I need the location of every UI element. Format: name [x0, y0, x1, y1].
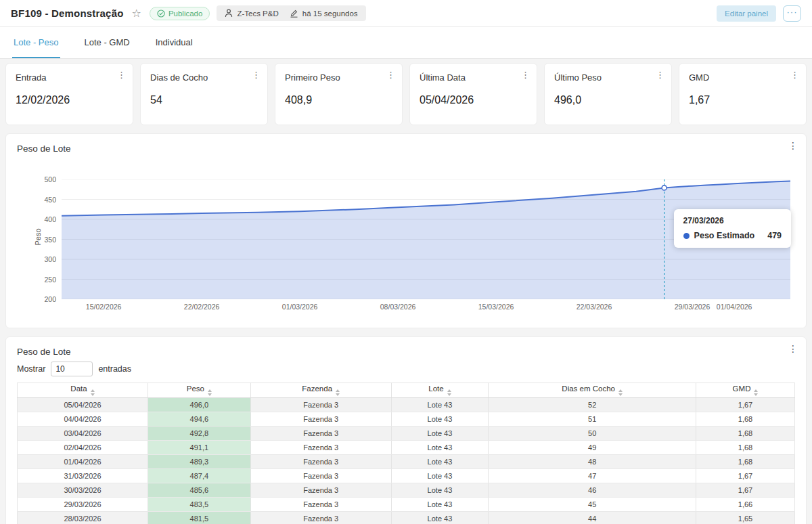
cell-fazenda: Fazenda 3	[250, 398, 391, 412]
table-controls: Mostrar entradas	[17, 362, 795, 376]
kebab-menu-icon[interactable]: ⋮	[117, 70, 126, 80]
column-header-fazenda[interactable]: Fazenda	[250, 383, 391, 398]
table-row: 04/04/2026494,6Fazenda 3Lote 43511,68	[18, 412, 795, 427]
kpi-card-ultima-data: Última Data ⋮ 05/04/2026	[409, 63, 537, 125]
favorite-star-icon[interactable]: ☆	[132, 7, 141, 20]
cell-data: 02/04/2026	[18, 441, 148, 455]
sort-icon[interactable]	[618, 389, 623, 396]
table-header-row: DataPesoFazendaLoteDias em CochoGMD	[18, 383, 795, 398]
column-header-gmd[interactable]: GMD	[696, 383, 795, 398]
chart-tooltip: 27/03/2026 Peso Estimado 479	[674, 209, 791, 248]
cell-peso: 494,6	[148, 412, 251, 427]
x-tick-label: 29/03/2026	[675, 303, 710, 311]
cell-lote: Lote 43	[391, 498, 489, 512]
y-tick-label: 400	[44, 215, 56, 223]
table-row: 05/04/2026496,0Fazenda 3Lote 43521,67	[18, 398, 795, 412]
y-tick-label: 350	[44, 236, 56, 244]
cell-gmd: 1,65	[696, 512, 795, 524]
sort-icon[interactable]	[91, 389, 95, 396]
cell-gmd: 1,67	[696, 398, 795, 412]
last-edited-label: há 15 segundos	[302, 9, 358, 18]
table-title: Peso de Lote	[17, 347, 795, 357]
table-row: 01/04/2026489,3Fazenda 3Lote 43481,68	[18, 455, 795, 469]
sort-icon[interactable]	[447, 389, 451, 396]
cell-peso: 489,3	[148, 455, 251, 469]
y-tick-label: 500	[44, 175, 56, 183]
status-badge: Publicado	[150, 7, 210, 20]
owner-label: Z-Tecs P&D	[237, 9, 278, 18]
kpi-card-label: Entrada	[16, 72, 123, 83]
cell-fazenda: Fazenda 3	[250, 483, 391, 498]
kebab-menu-icon[interactable]: ⋮	[788, 344, 798, 354]
cell-fazenda: Fazenda 3	[250, 469, 391, 483]
cell-gmd: 1,66	[696, 498, 795, 512]
weight-chart-panel: Peso de Lote ⋮ Peso 20025030035040045050…	[5, 133, 807, 328]
cell-fazenda: Fazenda 3	[250, 441, 391, 455]
cell-data: 30/03/2026	[18, 483, 148, 498]
cell-dias-em-cocho: 52	[489, 398, 696, 412]
kpi-card-value: 12/02/2026	[16, 94, 123, 106]
table-row: 31/03/2026487,4Fazenda 3Lote 43471,67	[18, 469, 795, 483]
cell-fazenda: Fazenda 3	[250, 412, 391, 427]
column-header-data[interactable]: Data	[18, 383, 148, 398]
tab-individual[interactable]: Individual	[154, 27, 194, 58]
cell-gmd: 1,67	[696, 483, 795, 498]
kpi-card-label: GMD	[689, 72, 796, 83]
kpi-card-value: 05/04/2026	[420, 94, 527, 106]
kebab-menu-icon[interactable]: ⋮	[788, 141, 798, 151]
cell-data: 29/03/2026	[18, 498, 148, 512]
cell-peso: 485,6	[148, 483, 251, 498]
owner-item[interactable]: Z-Tecs P&D	[225, 9, 278, 18]
cell-dias-em-cocho: 47	[489, 469, 696, 483]
cell-lote: Lote 43	[391, 455, 489, 469]
column-header-dias-em-cocho[interactable]: Dias em Cocho	[489, 383, 696, 398]
cell-lote: Lote 43	[391, 512, 489, 524]
table-row: 30/03/2026485,6Fazenda 3Lote 43461,67	[18, 483, 795, 498]
page-size-input[interactable]	[51, 362, 93, 376]
dashboard-tabs: Lote - Peso Lote - GMD Individual	[0, 27, 812, 59]
last-edited-item[interactable]: há 15 segundos	[290, 9, 358, 18]
kpi-card-label: Última Data	[420, 72, 527, 83]
tab-lote-gmd[interactable]: Lote - GMD	[83, 27, 131, 58]
kebab-menu-icon[interactable]: ⋮	[656, 70, 664, 80]
kebab-menu-icon[interactable]: ⋮	[521, 70, 530, 80]
cell-dias-em-cocho: 44	[489, 512, 696, 524]
sort-icon[interactable]	[208, 389, 212, 396]
more-options-button[interactable]: ···	[783, 5, 801, 22]
cell-peso: 483,5	[148, 498, 251, 512]
weight-table: DataPesoFazendaLoteDias em CochoGMD 05/0…	[17, 383, 795, 524]
kpi-card-value: 1,67	[689, 94, 796, 106]
cell-fazenda: Fazenda 3	[250, 498, 391, 512]
cell-dias-em-cocho: 50	[489, 427, 696, 441]
kpi-card-label: Dias de Cocho	[150, 72, 258, 83]
cell-lote: Lote 43	[391, 469, 489, 483]
tab-lote-peso[interactable]: Lote - Peso	[12, 27, 60, 58]
series-dot-icon	[683, 233, 690, 239]
kebab-menu-icon[interactable]: ⋮	[790, 70, 799, 80]
cell-gmd: 1,68	[696, 427, 795, 441]
column-header-peso[interactable]: Peso	[148, 383, 251, 398]
table-row: 02/04/2026491,1Fazenda 3Lote 43491,68	[18, 441, 795, 455]
cell-gmd: 1,67	[696, 469, 795, 483]
cell-fazenda: Fazenda 3	[250, 455, 391, 469]
table-row: 28/03/2026481,5Fazenda 3Lote 43441,65	[18, 512, 795, 524]
sort-icon[interactable]	[754, 389, 758, 396]
cell-data: 31/03/2026	[18, 469, 148, 483]
x-axis-ticks: 15/02/202622/02/202601/03/202608/03/2026…	[62, 303, 790, 313]
kebab-menu-icon[interactable]: ⋮	[386, 70, 395, 80]
x-tick-label: 01/03/2026	[282, 303, 318, 311]
table-row: 03/04/2026492,8Fazenda 3Lote 43501,68	[18, 427, 795, 441]
edit-dashboard-button[interactable]: Editar painel	[717, 5, 776, 22]
kpi-card-value: 496,0	[554, 94, 662, 106]
kpi-card-value: 54	[150, 94, 258, 106]
x-tick-label: 01/04/2026	[717, 303, 752, 311]
column-header-lote[interactable]: Lote	[391, 383, 489, 398]
sort-icon[interactable]	[336, 389, 340, 396]
kpi-cards-row: Entrada ⋮ 12/02/2026 Dias de Cocho ⋮ 54 …	[0, 59, 812, 125]
cell-peso: 492,8	[148, 427, 251, 441]
pencil-icon	[290, 9, 298, 18]
status-badge-label: Publicado	[168, 9, 203, 18]
y-tick-label: 450	[44, 196, 56, 204]
kpi-card-label: Primeiro Peso	[285, 72, 392, 83]
kebab-menu-icon[interactable]: ⋮	[252, 70, 261, 80]
